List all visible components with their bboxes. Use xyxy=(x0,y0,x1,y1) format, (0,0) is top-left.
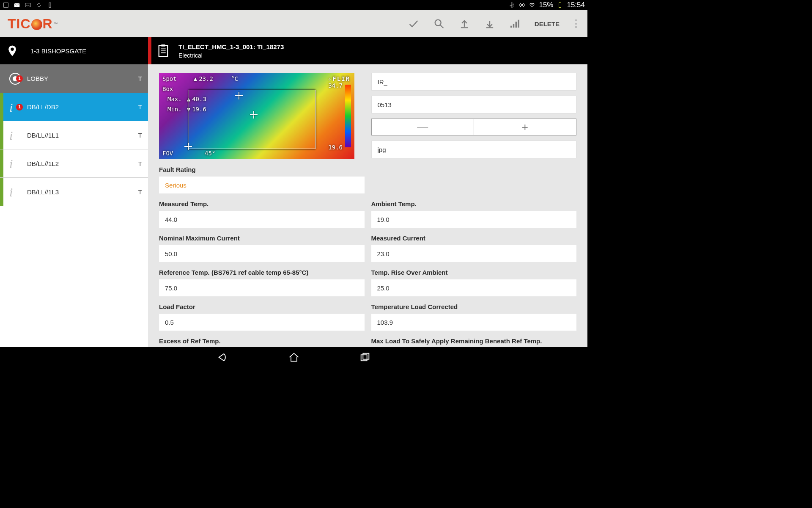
location-pin-icon xyxy=(6,44,19,57)
nominal-current-value[interactable]: 50.0 xyxy=(159,245,365,262)
mail-icon xyxy=(14,2,20,8)
android-nav-bar xyxy=(0,347,587,367)
svg-rect-10 xyxy=(161,44,165,47)
battery-percent: 15% xyxy=(539,1,553,9)
overflow-menu-icon[interactable] xyxy=(573,19,579,28)
detail-panel: TI_ELECT_HMC_1-3_001: TI_18273 Electrica… xyxy=(148,37,587,347)
svg-rect-12 xyxy=(363,353,369,359)
search-icon[interactable] xyxy=(433,18,445,30)
svg-rect-11 xyxy=(361,355,367,361)
sidebar-item-suffix: T xyxy=(138,103,142,110)
location-name: 1-3 BISHOPSGATE xyxy=(30,47,86,55)
info-icon: i xyxy=(9,186,21,198)
sidebar-item-1l2[interactable]: i DB/LL//1L2 T xyxy=(0,149,148,178)
sidebar-item-1l1[interactable]: i DB/LL//1L1 T xyxy=(0,121,148,149)
notification-badge: 1 xyxy=(16,104,23,110)
image-number-field[interactable]: 0513 xyxy=(371,96,577,113)
sidebar-item-suffix: T xyxy=(138,132,142,139)
crosshair-icon xyxy=(184,143,192,150)
location-header[interactable]: 1-3 BISHOPSGATE xyxy=(0,37,148,64)
sidebar-item-suffix: T xyxy=(138,160,142,167)
sidebar-item-lobby[interactable]: 1 LOBBY T xyxy=(0,64,148,93)
detail-header: TI_ELECT_HMC_1-3_001: TI_18273 Electrica… xyxy=(148,37,587,64)
upload-icon[interactable] xyxy=(458,18,470,30)
svg-rect-3 xyxy=(49,3,51,8)
measured-current-label: Measured Current xyxy=(371,235,577,242)
delete-button[interactable]: DELETE xyxy=(535,20,560,28)
fault-rating-value[interactable]: Serious xyxy=(159,177,365,193)
sync-icon xyxy=(36,2,42,8)
notif-icon xyxy=(3,2,9,8)
max-load-label: Max Load To Safely Apply Remaining Benea… xyxy=(371,337,577,345)
increment-button[interactable]: + xyxy=(474,119,576,135)
bluetooth-icon xyxy=(508,2,515,8)
excess-ref-temp-label: Excess of Ref Temp. xyxy=(159,337,365,345)
fault-rating-block: Fault Rating Serious xyxy=(159,166,365,193)
logo-bullseye-icon xyxy=(31,19,42,30)
record-subtitle: Electrical xyxy=(178,52,284,59)
thermal-min-label: Min. xyxy=(167,106,182,113)
back-button[interactable] xyxy=(217,351,229,363)
clock: 15:54 xyxy=(567,1,585,9)
confirm-icon[interactable] xyxy=(408,18,420,30)
android-status-bar: 15% 15:54 xyxy=(0,0,587,10)
sidebar-item-label: DB/LL/DB2 xyxy=(27,103,138,110)
thermal-image[interactable]: Spot 23.2 Box Max. 40.3 Min. 19.6 °C ✧FL… xyxy=(159,73,354,159)
sidebar-item-1l3[interactable]: i DB/LL//1L3 T xyxy=(0,178,148,206)
svg-point-8 xyxy=(11,48,14,51)
record-title: TI_ELECT_HMC_1-3_001: TI_18273 xyxy=(178,43,284,50)
thermal-fov-label: FOV xyxy=(162,150,173,157)
thermal-scale-bot: 19.6 xyxy=(328,144,343,151)
sidebar-item-label: DB/LL//1L1 xyxy=(27,132,138,139)
info-icon: i xyxy=(9,157,21,169)
sidebar-item-db2[interactable]: i 1 DB/LL/DB2 T xyxy=(0,93,148,121)
trademark: ™ xyxy=(54,22,58,26)
home-button[interactable] xyxy=(288,351,300,363)
load-factor-value[interactable]: 0.5 xyxy=(159,314,365,331)
thermal-box-label: Box xyxy=(162,86,173,92)
thermal-scale xyxy=(345,85,351,147)
signal-icon[interactable] xyxy=(509,18,521,30)
temp-load-corrected-label: Temperature Load Corrected xyxy=(371,303,577,310)
reference-temp-value[interactable]: 75.0 xyxy=(159,279,365,296)
temp-rise-value[interactable]: 25.0 xyxy=(371,279,577,296)
sidebar-item-label: DB/LL//1L3 xyxy=(27,188,138,196)
decrement-button[interactable]: — xyxy=(372,119,474,135)
measured-temp-value[interactable]: 44.0 xyxy=(159,211,365,228)
thermal-spot-label: Spot xyxy=(162,75,177,82)
notification-badge: 1 xyxy=(16,75,23,82)
thermal-max-label: Max. xyxy=(167,96,182,102)
thermal-brand: ✧FLIR xyxy=(328,75,350,82)
sidebar: 1-3 BISHOPSGATE 1 LOBBY T i 1 DB/LL/DB2 … xyxy=(0,37,148,347)
measured-temp-label: Measured Temp. xyxy=(159,200,365,207)
vibrate-icon xyxy=(518,2,525,8)
download-icon[interactable] xyxy=(484,18,496,30)
info-icon: i xyxy=(9,129,21,141)
image-ext-field[interactable]: jpg xyxy=(371,141,577,158)
wifi-icon xyxy=(529,2,535,8)
sidebar-item-label: DB/LL//1L2 xyxy=(27,160,138,167)
thermal-scale-top: 34.7 xyxy=(328,82,343,89)
ambient-temp-value[interactable]: 19.0 xyxy=(371,211,577,228)
image-prefix-field[interactable]: IR_ xyxy=(371,73,577,91)
svg-point-7 xyxy=(435,20,441,26)
sidebar-item-label: LOBBY xyxy=(27,75,138,82)
recent-apps-button[interactable] xyxy=(359,351,371,363)
crosshair-icon xyxy=(250,111,258,119)
battery-icon xyxy=(557,2,563,8)
temp-load-corrected-value[interactable]: 103.9 xyxy=(371,314,577,331)
thermal-spot-value: 23.2 xyxy=(194,75,213,82)
logo-text-1: TIC xyxy=(8,16,31,32)
app-toolbar: TIC R ™ DELETE xyxy=(0,10,587,37)
measured-current-value[interactable]: 23.0 xyxy=(371,245,577,262)
thermal-fov-value: 45° xyxy=(205,150,215,157)
nominal-current-label: Nominal Maximum Current xyxy=(159,235,365,242)
fault-rating-label: Fault Rating xyxy=(159,166,365,173)
number-spinner: — + xyxy=(371,119,577,135)
logo-text-2: R xyxy=(43,16,53,32)
sidebar-item-suffix: T xyxy=(138,188,142,196)
ambient-temp-label: Ambient Temp. xyxy=(371,200,577,207)
device-icon xyxy=(47,2,53,8)
image-icon xyxy=(25,2,31,8)
sidebar-item-suffix: T xyxy=(138,75,142,82)
